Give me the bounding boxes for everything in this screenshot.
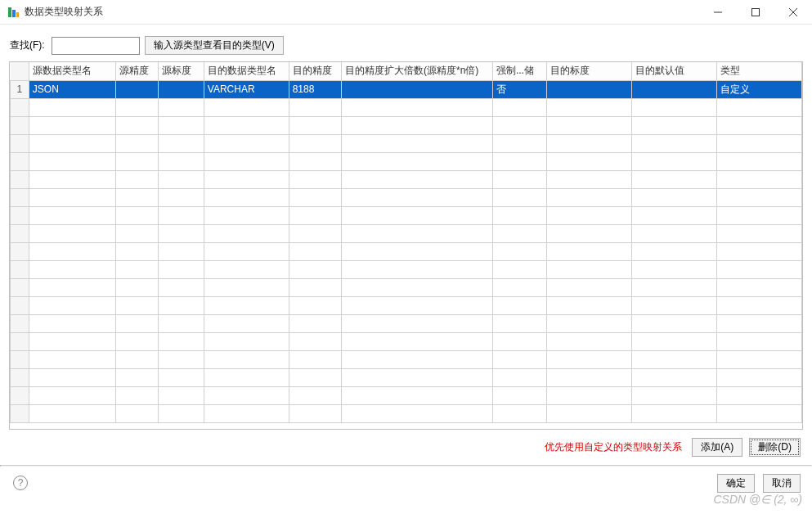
cell[interactable] bbox=[547, 188, 632, 206]
cell[interactable] bbox=[547, 260, 632, 278]
cell[interactable] bbox=[158, 368, 204, 386]
cell[interactable]: 自定义 bbox=[717, 80, 802, 98]
cell[interactable] bbox=[492, 296, 546, 314]
cell[interactable] bbox=[158, 152, 204, 170]
table-row[interactable] bbox=[11, 116, 802, 134]
cell[interactable] bbox=[29, 188, 115, 206]
cell[interactable] bbox=[547, 404, 632, 422]
cell[interactable] bbox=[158, 224, 204, 242]
cell[interactable] bbox=[632, 350, 717, 368]
cell[interactable] bbox=[717, 98, 802, 116]
cell[interactable] bbox=[547, 386, 632, 404]
cell[interactable] bbox=[289, 278, 341, 296]
cell[interactable] bbox=[717, 260, 802, 278]
view-dest-type-button[interactable]: 输入源类型查看目的类型(V) bbox=[145, 36, 284, 55]
cell[interactable] bbox=[115, 296, 158, 314]
cell[interactable] bbox=[158, 170, 204, 188]
cell[interactable] bbox=[342, 368, 493, 386]
cell[interactable] bbox=[204, 134, 289, 152]
cell[interactable] bbox=[204, 350, 289, 368]
cell[interactable] bbox=[492, 260, 546, 278]
cell[interactable] bbox=[632, 98, 717, 116]
cell[interactable] bbox=[289, 386, 341, 404]
table-row[interactable]: 1JSONVARCHAR8188否自定义 bbox=[11, 80, 802, 98]
cell[interactable] bbox=[29, 224, 115, 242]
cell[interactable] bbox=[342, 188, 493, 206]
cell[interactable] bbox=[204, 170, 289, 188]
cell[interactable] bbox=[492, 314, 546, 332]
cell[interactable] bbox=[492, 170, 546, 188]
cell[interactable] bbox=[717, 170, 802, 188]
cell[interactable] bbox=[717, 368, 802, 386]
cell[interactable] bbox=[547, 152, 632, 170]
cell[interactable] bbox=[204, 206, 289, 224]
cell[interactable] bbox=[115, 368, 158, 386]
cell[interactable] bbox=[492, 134, 546, 152]
cell[interactable] bbox=[342, 134, 493, 152]
column-header[interactable]: 源标度 bbox=[158, 62, 204, 80]
cell[interactable] bbox=[115, 188, 158, 206]
cell[interactable] bbox=[204, 152, 289, 170]
cell[interactable] bbox=[492, 368, 546, 386]
column-header[interactable]: 目的默认值 bbox=[632, 62, 717, 80]
cell[interactable] bbox=[29, 242, 115, 260]
cell[interactable] bbox=[717, 350, 802, 368]
cell[interactable] bbox=[342, 314, 493, 332]
cell[interactable] bbox=[717, 188, 802, 206]
cell[interactable] bbox=[289, 116, 341, 134]
cell[interactable]: JSON bbox=[29, 80, 115, 98]
cell[interactable] bbox=[717, 296, 802, 314]
help-icon[interactable]: ? bbox=[13, 476, 28, 490]
cell[interactable] bbox=[289, 260, 341, 278]
cell[interactable] bbox=[547, 80, 632, 98]
cell[interactable] bbox=[29, 350, 115, 368]
cell[interactable] bbox=[115, 80, 158, 98]
cell[interactable] bbox=[158, 260, 204, 278]
cell[interactable] bbox=[204, 98, 289, 116]
add-button[interactable]: 添加(A) bbox=[692, 438, 742, 457]
table-row[interactable] bbox=[11, 332, 802, 350]
cell[interactable] bbox=[29, 260, 115, 278]
cell[interactable] bbox=[29, 296, 115, 314]
cell[interactable] bbox=[115, 386, 158, 404]
cell[interactable] bbox=[115, 242, 158, 260]
cell[interactable] bbox=[547, 134, 632, 152]
cell[interactable] bbox=[717, 152, 802, 170]
cell[interactable] bbox=[492, 116, 546, 134]
cell[interactable] bbox=[115, 224, 158, 242]
cell[interactable] bbox=[115, 170, 158, 188]
cell[interactable] bbox=[204, 278, 289, 296]
cell[interactable] bbox=[115, 116, 158, 134]
cell[interactable] bbox=[158, 314, 204, 332]
cell[interactable] bbox=[632, 260, 717, 278]
cell[interactable] bbox=[204, 296, 289, 314]
cell[interactable] bbox=[632, 152, 717, 170]
table-row[interactable] bbox=[11, 260, 802, 278]
cell[interactable] bbox=[342, 404, 493, 422]
cell[interactable] bbox=[29, 278, 115, 296]
cell[interactable] bbox=[342, 206, 493, 224]
cell[interactable] bbox=[289, 224, 341, 242]
ok-button[interactable]: 确定 bbox=[717, 474, 755, 493]
cell[interactable] bbox=[115, 404, 158, 422]
cell[interactable] bbox=[158, 116, 204, 134]
cell[interactable] bbox=[158, 332, 204, 350]
cell[interactable] bbox=[632, 188, 717, 206]
cell[interactable] bbox=[204, 242, 289, 260]
cell[interactable] bbox=[29, 170, 115, 188]
cell[interactable] bbox=[158, 386, 204, 404]
column-header[interactable]: 类型 bbox=[717, 62, 802, 80]
cell[interactable] bbox=[342, 116, 493, 134]
cell[interactable] bbox=[289, 206, 341, 224]
cell[interactable] bbox=[717, 242, 802, 260]
cell[interactable] bbox=[632, 80, 717, 98]
cell[interactable] bbox=[492, 386, 546, 404]
cell[interactable] bbox=[342, 152, 493, 170]
column-header[interactable]: 源精度 bbox=[115, 62, 158, 80]
cell[interactable] bbox=[547, 278, 632, 296]
cell[interactable] bbox=[717, 278, 802, 296]
cell[interactable] bbox=[342, 332, 493, 350]
cell[interactable] bbox=[289, 350, 341, 368]
cell[interactable] bbox=[29, 98, 115, 116]
column-header[interactable]: 目的标度 bbox=[547, 62, 632, 80]
